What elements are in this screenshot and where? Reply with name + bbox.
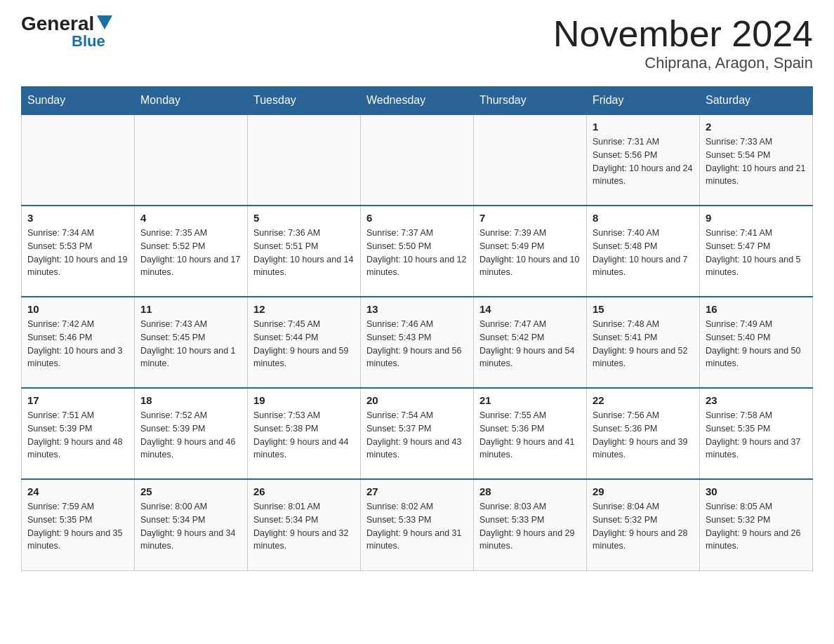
day-number: 22 [593, 394, 694, 406]
day-number: 20 [366, 394, 468, 406]
calendar-cell: 29Sunrise: 8:04 AM Sunset: 5:32 PM Dayli… [587, 479, 700, 570]
day-number: 1 [593, 121, 694, 133]
logo-triangle-icon [97, 15, 112, 29]
day-number: 7 [479, 212, 581, 224]
day-info: Sunrise: 8:04 AM Sunset: 5:32 PM Dayligh… [593, 500, 694, 553]
day-info: Sunrise: 7:35 AM Sunset: 5:52 PM Dayligh… [140, 227, 241, 279]
day-info: Sunrise: 7:56 AM Sunset: 5:36 PM Dayligh… [593, 409, 694, 462]
calendar-cell: 7Sunrise: 7:39 AM Sunset: 5:49 PM Daylig… [474, 206, 587, 297]
day-number: 4 [140, 212, 241, 224]
calendar-cell: 14Sunrise: 7:47 AM Sunset: 5:42 PM Dayli… [474, 297, 587, 388]
day-number: 16 [706, 303, 807, 315]
calendar-cell: 21Sunrise: 7:55 AM Sunset: 5:36 PM Dayli… [474, 388, 587, 479]
logo-general-text: General [21, 14, 94, 34]
calendar-month-year: November 2024 [553, 14, 813, 54]
day-number: 14 [479, 303, 581, 315]
day-info: Sunrise: 7:49 AM Sunset: 5:40 PM Dayligh… [706, 318, 807, 370]
day-info: Sunrise: 8:02 AM Sunset: 5:33 PM Dayligh… [366, 500, 468, 553]
logo: General Blue [21, 14, 112, 51]
day-number: 23 [706, 394, 807, 406]
day-info: Sunrise: 7:54 AM Sunset: 5:37 PM Dayligh… [366, 409, 468, 462]
day-info: Sunrise: 7:58 AM Sunset: 5:35 PM Dayligh… [706, 409, 807, 462]
day-info: Sunrise: 7:34 AM Sunset: 5:53 PM Dayligh… [27, 227, 128, 279]
header-saturday: Saturday [700, 87, 813, 115]
calendar-cell [248, 114, 361, 206]
day-info: Sunrise: 7:53 AM Sunset: 5:38 PM Dayligh… [253, 409, 355, 462]
calendar-cell [22, 114, 135, 206]
calendar-cell: 26Sunrise: 8:01 AM Sunset: 5:34 PM Dayli… [248, 479, 361, 570]
calendar-week-row: 24Sunrise: 7:59 AM Sunset: 5:35 PM Dayli… [22, 479, 813, 570]
calendar-week-row: 10Sunrise: 7:42 AM Sunset: 5:46 PM Dayli… [22, 297, 813, 388]
calendar-cell: 4Sunrise: 7:35 AM Sunset: 5:52 PM Daylig… [135, 206, 248, 297]
day-number: 25 [140, 485, 241, 497]
day-info: Sunrise: 7:41 AM Sunset: 5:47 PM Dayligh… [706, 227, 807, 279]
day-info: Sunrise: 7:47 AM Sunset: 5:42 PM Dayligh… [479, 318, 581, 370]
calendar-cell [361, 114, 474, 206]
header-friday: Friday [587, 87, 700, 115]
header-monday: Monday [135, 87, 248, 115]
day-info: Sunrise: 8:01 AM Sunset: 5:34 PM Dayligh… [253, 500, 355, 553]
day-number: 3 [27, 212, 128, 224]
page-header: General Blue November 2024 Chiprana, Ara… [21, 14, 813, 72]
calendar-table: SundayMondayTuesdayWednesdayThursdayFrid… [21, 86, 813, 571]
day-number: 30 [706, 485, 807, 497]
calendar-week-row: 1Sunrise: 7:31 AM Sunset: 5:56 PM Daylig… [22, 114, 813, 206]
calendar-cell: 6Sunrise: 7:37 AM Sunset: 5:50 PM Daylig… [361, 206, 474, 297]
calendar-cell: 13Sunrise: 7:46 AM Sunset: 5:43 PM Dayli… [361, 297, 474, 388]
day-info: Sunrise: 7:42 AM Sunset: 5:46 PM Dayligh… [27, 318, 128, 370]
day-number: 6 [366, 212, 468, 224]
day-info: Sunrise: 7:45 AM Sunset: 5:44 PM Dayligh… [253, 318, 355, 370]
day-info: Sunrise: 7:39 AM Sunset: 5:49 PM Dayligh… [479, 227, 581, 279]
calendar-cell: 24Sunrise: 7:59 AM Sunset: 5:35 PM Dayli… [22, 479, 135, 570]
day-info: Sunrise: 7:37 AM Sunset: 5:50 PM Dayligh… [366, 227, 468, 279]
calendar-cell: 9Sunrise: 7:41 AM Sunset: 5:47 PM Daylig… [700, 206, 813, 297]
day-info: Sunrise: 7:51 AM Sunset: 5:39 PM Dayligh… [27, 409, 128, 462]
calendar-cell: 19Sunrise: 7:53 AM Sunset: 5:38 PM Dayli… [248, 388, 361, 479]
header-thursday: Thursday [474, 87, 587, 115]
day-number: 24 [27, 485, 128, 497]
day-info: Sunrise: 7:59 AM Sunset: 5:35 PM Dayligh… [27, 500, 128, 553]
day-info: Sunrise: 7:36 AM Sunset: 5:51 PM Dayligh… [253, 227, 355, 279]
day-number: 8 [593, 212, 694, 224]
calendar-cell: 17Sunrise: 7:51 AM Sunset: 5:39 PM Dayli… [22, 388, 135, 479]
day-info: Sunrise: 7:43 AM Sunset: 5:45 PM Dayligh… [140, 318, 241, 370]
day-number: 29 [593, 485, 694, 497]
header-sunday: Sunday [22, 87, 135, 115]
calendar-cell: 18Sunrise: 7:52 AM Sunset: 5:39 PM Dayli… [135, 388, 248, 479]
header-tuesday: Tuesday [248, 87, 361, 115]
day-number: 17 [27, 394, 128, 406]
calendar-cell [474, 114, 587, 206]
logo-blue-text: Blue [72, 32, 105, 51]
day-number: 2 [706, 121, 807, 133]
day-info: Sunrise: 8:00 AM Sunset: 5:34 PM Dayligh… [140, 500, 241, 553]
day-info: Sunrise: 8:05 AM Sunset: 5:32 PM Dayligh… [706, 500, 807, 553]
calendar-cell: 16Sunrise: 7:49 AM Sunset: 5:40 PM Dayli… [700, 297, 813, 388]
day-number: 18 [140, 394, 241, 406]
day-number: 26 [253, 485, 355, 497]
calendar-cell [135, 114, 248, 206]
calendar-week-row: 3Sunrise: 7:34 AM Sunset: 5:53 PM Daylig… [22, 206, 813, 297]
day-number: 10 [27, 303, 128, 315]
svg-marker-0 [97, 15, 112, 29]
calendar-cell: 10Sunrise: 7:42 AM Sunset: 5:46 PM Dayli… [22, 297, 135, 388]
calendar-cell: 20Sunrise: 7:54 AM Sunset: 5:37 PM Dayli… [361, 388, 474, 479]
day-info: Sunrise: 7:52 AM Sunset: 5:39 PM Dayligh… [140, 409, 241, 462]
day-info: Sunrise: 7:31 AM Sunset: 5:56 PM Dayligh… [593, 135, 694, 188]
calendar-header-row: SundayMondayTuesdayWednesdayThursdayFrid… [22, 87, 813, 115]
day-info: Sunrise: 7:46 AM Sunset: 5:43 PM Dayligh… [366, 318, 468, 370]
day-info: Sunrise: 7:55 AM Sunset: 5:36 PM Dayligh… [479, 409, 581, 462]
calendar-cell: 30Sunrise: 8:05 AM Sunset: 5:32 PM Dayli… [700, 479, 813, 570]
day-info: Sunrise: 7:40 AM Sunset: 5:48 PM Dayligh… [593, 227, 694, 279]
calendar-cell: 28Sunrise: 8:03 AM Sunset: 5:33 PM Dayli… [474, 479, 587, 570]
day-info: Sunrise: 8:03 AM Sunset: 5:33 PM Dayligh… [479, 500, 581, 553]
calendar-cell: 11Sunrise: 7:43 AM Sunset: 5:45 PM Dayli… [135, 297, 248, 388]
day-number: 28 [479, 485, 581, 497]
calendar-cell: 2Sunrise: 7:33 AM Sunset: 5:54 PM Daylig… [700, 114, 813, 206]
day-number: 27 [366, 485, 468, 497]
day-number: 5 [253, 212, 355, 224]
day-info: Sunrise: 7:33 AM Sunset: 5:54 PM Dayligh… [706, 135, 807, 188]
calendar-cell: 1Sunrise: 7:31 AM Sunset: 5:56 PM Daylig… [587, 114, 700, 206]
day-number: 15 [593, 303, 694, 315]
calendar-title-block: November 2024 Chiprana, Aragon, Spain [553, 14, 813, 72]
day-number: 19 [253, 394, 355, 406]
